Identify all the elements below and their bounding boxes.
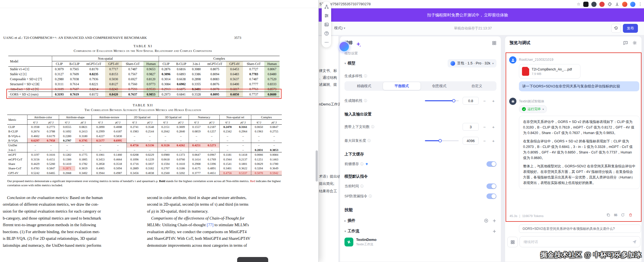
table-cell: 0.3014	[159, 77, 173, 82]
extension-icon[interactable]	[599, 2, 605, 7]
diversity-mode-2[interactable]: 创意模式	[420, 82, 458, 90]
workflow-row[interactable]: ▾ 工作流	[344, 229, 496, 234]
model-selector[interactable]: 豆包 · 1.5 · Pro · 32k ▾	[448, 59, 496, 67]
table-cell: 0.2840	[173, 129, 189, 133]
banner-link[interactable]: 立即前往体验	[484, 12, 508, 18]
table-cell: –	[109, 143, 126, 148]
profile-avatar[interactable]	[622, 2, 627, 7]
regenerate-icon[interactable]	[621, 213, 625, 217]
table-cell: 0.3080	[189, 67, 203, 72]
profile-avatar[interactable]	[630, 2, 635, 7]
browser-menu-icon[interactable]: ⋮	[638, 2, 642, 7]
attached-file-card[interactable]: T2I-CompBench_An_....pdf 7.9 MB	[519, 64, 580, 79]
prompt-text-fragment: nDemo工作流	[319, 102, 341, 107]
copy-icon[interactable]	[606, 213, 610, 217]
table-cell: 0.4187	[109, 129, 126, 133]
slider-knob[interactable]	[438, 139, 442, 142]
table-cell: 0.4783	[27, 166, 43, 170]
table-cell: 0.0084	[267, 152, 282, 157]
suggested-question-chip[interactable]: GORS+SDV2在非空间关系评估中各项指标的具体含义是什么?	[519, 225, 641, 233]
plus-button[interactable]: +	[490, 138, 496, 143]
extensions-puzzle-icon[interactable]	[607, 2, 612, 7]
table-cell: 0.0980	[158, 152, 173, 157]
quick-actions-button[interactable]	[507, 237, 518, 247]
plus-button[interactable]: +	[490, 125, 496, 129]
table-cell: 0.7609	[67, 72, 83, 77]
table-cell: 0.9653	[143, 67, 159, 72]
diversity-mode-1[interactable]: 平衡模式	[383, 82, 421, 90]
assistant-ball[interactable]	[339, 41, 350, 52]
layout-grid-icon[interactable]	[492, 41, 496, 45]
table-cell: 0.3084	[159, 82, 173, 87]
sliders-icon[interactable]	[324, 13, 329, 18]
table-cell: 0.3127	[52, 72, 67, 77]
plus-icon[interactable]	[492, 229, 496, 233]
table-cell: –	[142, 134, 158, 138]
agent-mode-dropdown[interactable]: 模式) ▾	[334, 26, 347, 31]
send-icon[interactable]	[632, 240, 637, 244]
table-cell: 0.0967	[204, 152, 220, 157]
text-line: is BLIP-VQA. (2) For 2D spatial relation…	[3, 235, 140, 242]
table-cell: 0.1938	[27, 124, 43, 129]
minus-button[interactable]: −	[481, 99, 488, 103]
publish-button[interactable]: 发布	[623, 24, 638, 33]
extension-icon[interactable]	[583, 2, 589, 7]
flow-icon[interactable]	[324, 4, 329, 9]
plugins-row[interactable]: ▸ 插件	[344, 218, 496, 223]
run-status-pill[interactable]: 运行完毕 ▾	[519, 105, 547, 113]
table-cell: 0.6893	[173, 72, 189, 77]
text-line: Comparisons of the effectiveness of Chai…	[147, 215, 285, 222]
table-cell: 0.6841	[173, 92, 189, 97]
table-cell: 0.8235	[82, 72, 105, 77]
table-cell: 0.7936	[82, 77, 105, 82]
image-icon[interactable]	[324, 22, 329, 27]
table-cell: –	[173, 138, 189, 143]
max-length-slider[interactable]	[425, 140, 459, 141]
table-cell: 0.3944	[92, 171, 109, 175]
current-time-toggle[interactable]	[486, 183, 496, 189]
diversity-mode-3[interactable]: 自定义	[458, 82, 496, 90]
table-cell: 0.2560	[158, 171, 173, 175]
bookmark-star-icon[interactable]: ☆	[577, 2, 580, 7]
table-cell: 0.3111	[52, 82, 67, 87]
table-cell: 0.3548	[142, 124, 158, 129]
plus-icon[interactable]	[492, 219, 496, 223]
more-icon[interactable]	[324, 40, 329, 45]
minus-button[interactable]: −	[481, 125, 488, 129]
quote-icon[interactable]: 66	[614, 213, 617, 217]
paper-body: Conclusion on the evaluation metrics: Ba…	[3, 194, 318, 249]
workflow-item-desc: Textin工作流	[356, 242, 376, 246]
plus-button[interactable]: +	[490, 99, 496, 103]
chevron-down-icon[interactable]: ▾	[344, 62, 346, 65]
table-cell: 0.5136	[142, 143, 158, 148]
magic-wand-icon[interactable]	[356, 42, 361, 47]
minus-button[interactable]: −	[481, 138, 488, 143]
slider-knob[interactable]	[452, 99, 455, 102]
table-cell: 0.3096	[159, 72, 173, 77]
randomness-value[interactable]: 0.8	[463, 97, 479, 105]
user-message-bubble: 讲一下GORS+SDV2在非空间关系与复杂组合评估指标的比较	[519, 81, 639, 91]
history-button[interactable]	[611, 24, 621, 33]
randomness-slider[interactable]	[425, 100, 459, 101]
table-cell: 0.1418	[235, 152, 251, 157]
table-cell: 0.0760	[173, 157, 189, 161]
chat-input[interactable]	[523, 240, 630, 244]
table-cell: 0.1410	[59, 162, 75, 166]
table-cell: 0.8095	[204, 92, 226, 97]
workflow-item[interactable]: TextinDemo Textin工作流	[344, 238, 496, 246]
pdf-scrollbar[interactable]	[316, 150, 318, 182]
prefix-cache-toggle[interactable]	[486, 161, 496, 167]
extension-icon[interactable]	[591, 2, 597, 7]
table-cell: 0.5030	[105, 77, 122, 82]
download-icon[interactable]	[615, 2, 619, 6]
table-cell: 0.7565	[67, 67, 83, 72]
info-icon: ⓘ	[364, 99, 367, 103]
run-status-text: 运行完毕	[528, 107, 541, 112]
diversity-mode-0[interactable]: 精确模式	[345, 82, 383, 90]
add-from-store-icon[interactable]	[484, 218, 488, 223]
max-length-value[interactable]: 4096	[463, 137, 479, 145]
delete-icon[interactable]	[628, 213, 633, 217]
sp-leak-toggle[interactable]	[486, 193, 496, 199]
help-icon[interactable]	[324, 31, 329, 36]
context-rounds-value[interactable]: 3	[463, 123, 479, 131]
